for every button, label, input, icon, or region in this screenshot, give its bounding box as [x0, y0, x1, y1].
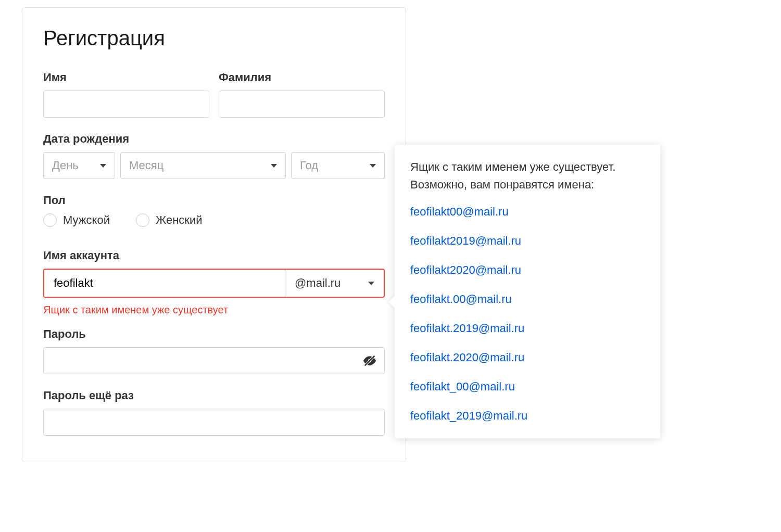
first-name-input[interactable]	[52, 97, 200, 111]
dob-row: День Месяц Год	[43, 152, 385, 179]
suggestion-link[interactable]: feofilakt2019@mail.ru	[410, 234, 645, 248]
password-input-wrap	[43, 347, 385, 374]
suggestion-link[interactable]: feofilakt2020@mail.ru	[410, 263, 645, 277]
dob-day-select[interactable]: День	[43, 152, 115, 179]
chevron-down-icon	[368, 282, 374, 285]
radio-circle-icon	[43, 213, 57, 227]
chevron-down-icon	[271, 164, 277, 168]
gender-male-label: Мужской	[63, 213, 110, 227]
account-label: Имя аккаунта	[43, 249, 385, 262]
account-domain-value: @mail.ru	[295, 276, 341, 290]
gender-label: Пол	[43, 194, 385, 207]
last-name-label: Фамилия	[219, 71, 385, 84]
popup-message-line1: Ящик с таким именем уже существует.	[410, 160, 615, 173]
first-name-label: Имя	[43, 71, 209, 84]
dob-year-select[interactable]: Год	[291, 152, 385, 179]
password-input[interactable]	[52, 353, 376, 368]
popup-arrow-icon	[388, 295, 396, 309]
account-error-text: Ящик с таким именем уже существует	[43, 304, 385, 316]
suggestion-link[interactable]: feofilakt_2019@mail.ru	[410, 409, 645, 423]
name-row: Имя Фамилия	[43, 71, 385, 118]
suggestion-list: feofilakt00@mail.rufeofilakt2019@mail.ru…	[410, 205, 645, 423]
suggestion-link[interactable]: feofilakt.2020@mail.ru	[410, 351, 645, 364]
dob-month-placeholder: Месяц	[129, 159, 163, 172]
first-name-input-wrap	[43, 91, 209, 118]
gender-row: Мужской Женский	[43, 213, 385, 227]
chevron-down-icon	[100, 164, 106, 168]
account-input[interactable]	[44, 270, 285, 297]
registration-panel: Регистрация Имя Фамилия Дата рождения Де…	[22, 7, 406, 462]
account-domain-select[interactable]: @mail.ru	[285, 270, 384, 297]
suggestion-link[interactable]: feofilakt.2019@mail.ru	[410, 322, 645, 335]
suggestion-link[interactable]: feofilakt.00@mail.ru	[410, 293, 645, 306]
password-confirm-label: Пароль ещё раз	[43, 389, 385, 402]
last-name-input-wrap	[219, 91, 385, 118]
gender-female-label: Женский	[156, 213, 203, 227]
popup-message-line2: Возможно, вам понравятся имена:	[410, 178, 594, 191]
chevron-down-icon	[370, 164, 376, 168]
page-title: Регистрация	[43, 27, 385, 50]
suggestion-link[interactable]: feofilakt00@mail.ru	[410, 205, 645, 219]
password-confirm-input-wrap	[43, 409, 385, 436]
eye-off-icon[interactable]	[362, 353, 377, 368]
password-label: Пароль	[43, 327, 385, 341]
password-confirm-input[interactable]	[52, 415, 376, 429]
gender-male-radio[interactable]: Мужской	[43, 213, 110, 227]
dob-year-placeholder: Год	[300, 159, 318, 172]
dob-label: Дата рождения	[43, 132, 385, 146]
dob-month-select[interactable]: Месяц	[120, 152, 286, 179]
suggestion-popup: Ящик с таким именем уже существует. Возм…	[395, 145, 660, 438]
gender-female-radio[interactable]: Женский	[136, 213, 203, 227]
dob-day-placeholder: День	[52, 159, 79, 172]
suggestion-link[interactable]: feofilakt_00@mail.ru	[410, 380, 645, 394]
last-name-input[interactable]	[228, 97, 376, 111]
account-row: @mail.ru	[43, 269, 385, 298]
radio-circle-icon	[136, 213, 149, 227]
popup-message: Ящик с таким именем уже существует. Возм…	[410, 158, 645, 194]
